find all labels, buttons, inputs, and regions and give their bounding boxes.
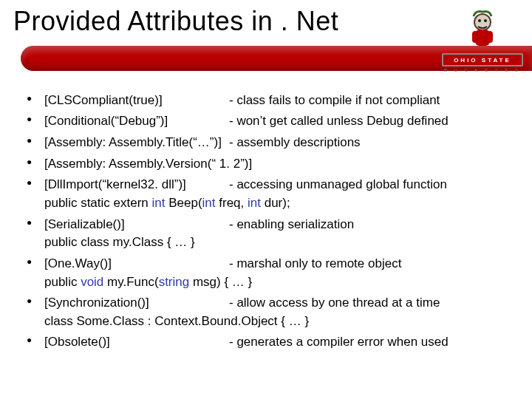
attr-text: [Conditional(“Debug”)] xyxy=(44,112,229,131)
desc-text: - assembly descriptions xyxy=(229,134,361,152)
code-text: Beep( xyxy=(168,196,202,210)
code-line: class Some.Class : Context.Bound.Object … xyxy=(44,313,511,331)
svg-rect-5 xyxy=(487,31,493,43)
list-item: [Assembly: Assembly.Title(“…”)] - assemb… xyxy=(44,134,511,152)
desc-text: - enabling serialization xyxy=(229,216,354,234)
desc-text: - class fails to compile if not complian… xyxy=(229,92,440,110)
list-item: [Assembly: Assembly.Version(“ 1. 2”)] xyxy=(44,155,511,174)
list-item: [Serializable()] - enabling serializatio… xyxy=(44,216,511,252)
code-text: dur); xyxy=(265,196,290,210)
list-item: [Synchronization()] - allow access by on… xyxy=(44,294,511,330)
desc-text: - accessing unmanaged global function xyxy=(229,176,447,194)
code-keyword: int xyxy=(202,196,219,210)
desc-text: - marshal only to remote object xyxy=(229,255,401,273)
code-keyword: void xyxy=(81,275,107,289)
attr-text: [One.Way()] xyxy=(44,255,229,273)
list-item: [One.Way()] - marshal only to remote obj… xyxy=(44,255,511,291)
code-line: public class my.Class { … } xyxy=(44,233,511,252)
ohio-state-logo: OHIO STATE B U C K E Y E S xyxy=(442,7,523,72)
logo-sub-text: B U C K E Y E S xyxy=(442,68,523,72)
desc-text: - generates a compiler error when used xyxy=(229,333,449,352)
attr-text: [Synchronization()] xyxy=(44,294,229,313)
svg-rect-4 xyxy=(472,31,478,43)
code-text: public static extern xyxy=(44,196,152,210)
code-text: my.Func( xyxy=(107,275,159,289)
svg-point-2 xyxy=(484,19,487,22)
attr-text: [DllImport(“kernel32. dll”)] xyxy=(44,176,229,194)
code-text: msg) { … } xyxy=(193,275,252,289)
code-keyword: string xyxy=(159,275,193,289)
list-item: [CLSCompliant(true)] - class fails to co… xyxy=(44,92,511,110)
slide-container: Provided Attributes in . Net OHIO STATE … xyxy=(0,0,532,399)
attr-text: [Obsolete()] xyxy=(44,333,229,352)
mascot-icon xyxy=(460,7,505,52)
logo-band-text: OHIO STATE xyxy=(442,53,523,66)
list-item: [Obsolete()] - generates a compiler erro… xyxy=(44,333,511,352)
attr-text: [CLSCompliant(true)] xyxy=(44,92,229,110)
code-line: public void my.Func(string msg) { … } xyxy=(44,273,511,292)
code-line: public static extern int Beep(int freq, … xyxy=(44,194,511,213)
attr-text: [Assembly: Assembly.Version(“ 1. 2”)] xyxy=(44,155,252,174)
desc-text: - won’t get called unless Debug defined xyxy=(229,112,449,131)
svg-point-1 xyxy=(478,19,481,22)
accent-bar: OHIO STATE B U C K E Y E S xyxy=(0,38,532,78)
code-keyword: int xyxy=(248,196,265,210)
attr-text: [Serializable()] xyxy=(44,216,229,234)
bullet-list: [CLSCompliant(true)] - class fails to co… xyxy=(0,78,532,352)
code-keyword: int xyxy=(152,196,169,210)
desc-text: - allow access by one thread at a time xyxy=(229,294,440,313)
list-item: [DllImport(“kernel32. dll”)] - accessing… xyxy=(44,176,511,212)
code-text: public xyxy=(44,275,81,289)
list-item: [Conditional(“Debug”)] - won’t get calle… xyxy=(44,112,511,131)
code-text: freq, xyxy=(219,196,248,210)
attr-text: [Assembly: Assembly.Title(“…”)] xyxy=(44,134,229,152)
